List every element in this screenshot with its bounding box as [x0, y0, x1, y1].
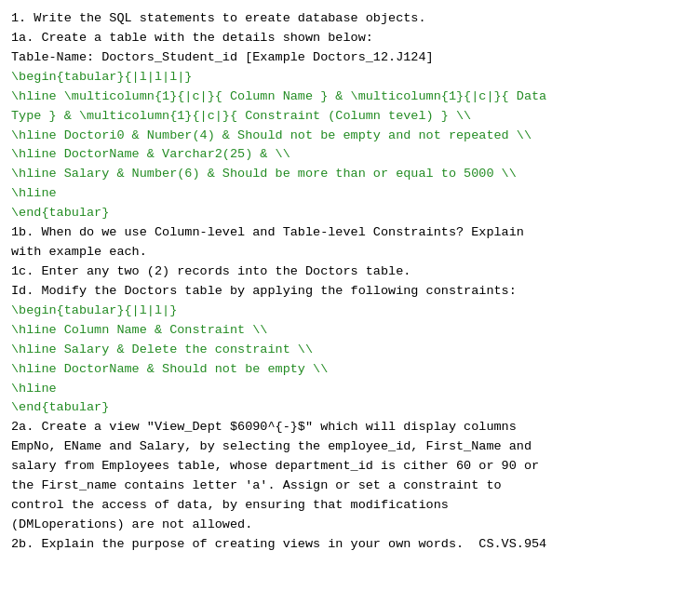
text-line: 2a. Create a view "View_Dept $6090^{-}$"… [11, 418, 689, 437]
text-line: the First_name contains letter 'a'. Assi… [11, 477, 689, 496]
text-line: \hline Salary & Number(6) & Should be mo… [11, 165, 689, 184]
text-line: \hline Salary & Delete the constraint \\ [11, 341, 689, 360]
text-line: salary from Employees table, whose depar… [11, 457, 689, 477]
text-line: \end{tabular} [11, 204, 689, 223]
text-line: control the access of data, by ensuring … [11, 496, 689, 516]
main-content: 1. Write the SQL statements to ereate da… [11, 9, 689, 555]
text-line: \hline [11, 380, 689, 399]
text-line: \hline Doctori0 & Number(4) & Should not… [11, 127, 689, 146]
text-line: 1b. When do we use Column-level and Tabl… [11, 223, 689, 243]
text-line: 1. Write the SQL statements to ereate da… [11, 9, 689, 29]
text-line: \hline DoctorName & Should not be empty … [11, 360, 689, 380]
text-line: \hline Column Name & Constraint \\ [11, 321, 689, 341]
text-line: Id. Modify the Doctors table by applying… [11, 282, 689, 302]
text-line: Type } & \multicolumn{1}{|c|}{ Constrain… [11, 107, 689, 127]
text-line: \begin{tabular}{|l|l|l|} [11, 68, 689, 87]
text-line: 1c. Enter any two (2) records into the D… [11, 262, 689, 282]
text-line: \hline \multicolumn{1}{|c|}{ Column Name… [11, 87, 689, 107]
text-line: EmpNo, EName and Salary, by selecting th… [11, 437, 689, 457]
text-line: \hline [11, 184, 689, 204]
text-line: (DMLoperations) are not allowed. [11, 516, 689, 535]
text-line: with example each. [11, 243, 689, 262]
text-line: \begin{tabular}{|l|l|} [11, 302, 689, 321]
text-line: \end{tabular} [11, 398, 689, 418]
text-line: 1a. Create a table with the details show… [11, 29, 689, 48]
text-line: \hline DoctorName & Varchar2(25) & \\ [11, 145, 689, 165]
text-line: 2b. Explain the purpose of creating view… [11, 535, 689, 555]
text-line: Table-Name: Doctors_Student_id [Example … [11, 48, 689, 68]
